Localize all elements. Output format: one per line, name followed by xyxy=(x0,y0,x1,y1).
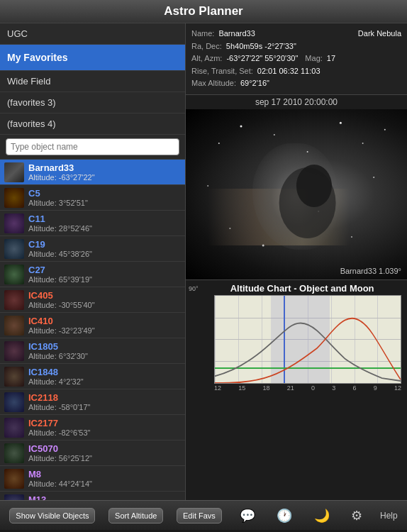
svg-point-6 xyxy=(384,129,386,131)
altazm-row: Alt, Azm: -63°27'22" 55°20'30" Mag: 17 xyxy=(191,52,401,65)
stars-overlay xyxy=(186,109,407,279)
list-item[interactable]: C27Altitude: 65°39'19" xyxy=(0,262,185,287)
toolbar: Show Visible Objects Sort Altitude Edit … xyxy=(0,500,407,530)
svg-point-1 xyxy=(240,125,242,127)
sidebar-item-my-favorites[interactable]: My Favorites xyxy=(0,45,185,71)
object-thumbnail xyxy=(4,290,24,310)
type-value: Dark Nebula xyxy=(358,28,401,40)
object-thumbnail xyxy=(4,443,24,463)
object-name: C5 xyxy=(28,188,88,199)
chart-area xyxy=(214,295,401,384)
chart-title: Altitude Chart - Object and Moon xyxy=(199,280,380,295)
object-altitude: Altitude: -58°0'17" xyxy=(28,403,90,411)
sidebar: UGC My Favorites Wide Field (favorites 3… xyxy=(0,23,186,500)
chart-x-labels: 12 15 18 21 0 3 6 9 12 xyxy=(214,384,401,392)
search-input[interactable] xyxy=(6,138,179,155)
sort-altitude-button[interactable]: Sort Altitude xyxy=(108,508,163,523)
help-button[interactable]: Help xyxy=(380,511,398,521)
object-info: IC5070Altitude: 56°25'12" xyxy=(28,443,92,462)
svg-point-8 xyxy=(373,177,374,178)
chat-icon-button[interactable]: 💬 xyxy=(235,505,260,526)
svg-point-11 xyxy=(351,236,352,238)
svg-point-10 xyxy=(229,228,230,229)
list-item[interactable]: C5Altitude: 3°52'51" xyxy=(0,185,185,211)
object-name: IC405 xyxy=(28,290,95,301)
moon-icon-button[interactable]: 🌙 xyxy=(310,505,334,526)
object-info: M13Altitude: 53°21'22" xyxy=(28,494,92,500)
svg-point-12 xyxy=(262,244,264,246)
object-name: M13 xyxy=(28,494,92,500)
object-info: M8Altitude: 44°24'14" xyxy=(28,469,92,488)
maxalt-value: 69°2'16" xyxy=(240,77,269,90)
sidebar-item-favorites4[interactable]: (favorites 4) xyxy=(0,113,185,135)
rise-value: 02:01 06:32 11:03 xyxy=(257,65,320,78)
chart-curves xyxy=(215,296,401,383)
object-altitude: Altitude: -63°27'22" xyxy=(28,173,95,182)
radec-label: Ra, Dec: xyxy=(191,40,222,53)
object-list[interactable]: Barnard33Altitude: -63°27'22"C5Altitude:… xyxy=(0,160,185,500)
grid-v-8 xyxy=(401,296,401,383)
maxalt-label: Max Altitude: xyxy=(191,77,236,90)
svg-point-5 xyxy=(362,143,364,144)
info-panel: Name: Barnard33 Dark Nebula Ra, Dec: 5h4… xyxy=(186,23,407,95)
list-item[interactable]: C11Altitude: 28°52'46" xyxy=(0,211,185,236)
altazm-label: Alt, Azm: xyxy=(191,52,222,65)
object-thumbnail xyxy=(4,418,24,438)
image-label: Barnard33 1.039° xyxy=(340,267,401,275)
list-item[interactable]: IC1848Altitude: 4°2'32" xyxy=(0,364,185,389)
object-thumbnail xyxy=(4,367,24,387)
mag-value: 17 xyxy=(327,52,335,65)
object-thumbnail xyxy=(4,162,24,182)
show-visible-button[interactable]: Show Visible Objects xyxy=(9,508,95,523)
gear-icon-button[interactable]: ⚙ xyxy=(347,505,367,526)
radec-value: 5h40m59s -2°27'33" xyxy=(226,40,296,53)
object-altitude: Altitude: 6°32'30" xyxy=(28,352,88,360)
list-item[interactable]: IC5070Altitude: 56°25'12" xyxy=(0,440,185,466)
edit-favs-button[interactable]: Edit Favs xyxy=(177,508,222,523)
object-info: IC1805Altitude: 6°32'30" xyxy=(28,341,88,360)
altazm-value: -63°27'22" 55°20'30" xyxy=(226,52,298,65)
list-item[interactable]: C19Altitude: 45°38'26" xyxy=(0,236,185,262)
svg-point-3 xyxy=(307,151,308,153)
object-info: IC1848Altitude: 4°2'32" xyxy=(28,367,84,386)
object-thumbnail xyxy=(4,214,24,233)
object-altitude: Altitude: 45°38'26" xyxy=(28,250,92,258)
list-item[interactable]: IC2118Altitude: -58°0'17" xyxy=(0,389,185,415)
name-row: Name: Barnard33 Dark Nebula xyxy=(191,28,401,40)
object-name: IC410 xyxy=(28,316,95,326)
object-altitude: Altitude: 44°24'14" xyxy=(28,480,92,488)
list-item[interactable]: Barnard33Altitude: -63°27'22" xyxy=(0,160,185,185)
object-thumbnail xyxy=(4,188,24,208)
sidebar-group-ugc: UGC xyxy=(0,23,185,45)
object-thumbnail xyxy=(4,469,24,489)
maxalt-row: Max Altitude: 69°2'16" xyxy=(191,77,401,90)
object-thumbnail xyxy=(4,341,24,361)
object-info: C5Altitude: 3°52'51" xyxy=(28,188,88,207)
clock-icon-button[interactable]: 🕐 xyxy=(272,505,296,526)
svg-point-14 xyxy=(296,165,332,207)
object-info: IC410Altitude: -32°23'49" xyxy=(28,316,95,335)
sidebar-item-wide-field[interactable]: Wide Field xyxy=(0,71,185,92)
object-altitude: Altitude: -30°55'40" xyxy=(28,301,95,309)
list-item[interactable]: IC410Altitude: -32°23'49" xyxy=(0,313,185,338)
list-item[interactable]: M13Altitude: 53°21'22" xyxy=(0,492,185,500)
object-altitude: Altitude: 56°25'12" xyxy=(28,454,92,462)
object-info: IC2118Altitude: -58°0'17" xyxy=(28,392,90,411)
object-name: IC2118 xyxy=(28,392,90,403)
object-thumbnail xyxy=(4,265,24,284)
search-container xyxy=(0,135,185,160)
object-name: IC5070 xyxy=(28,443,92,454)
rise-label: Rise, Transit, Set: xyxy=(191,65,253,78)
object-thumbnail xyxy=(4,494,24,501)
list-item[interactable]: IC2177Altitude: -82°6'53" xyxy=(0,415,185,440)
object-info: C19Altitude: 45°38'26" xyxy=(28,239,92,258)
sidebar-item-favorites3[interactable]: (favorites 3) xyxy=(0,92,185,113)
list-item[interactable]: IC1805Altitude: 6°32'30" xyxy=(0,338,185,364)
svg-point-2 xyxy=(274,134,275,135)
object-name: IC1805 xyxy=(28,341,88,352)
name-label: Name: xyxy=(191,28,214,40)
rise-row: Rise, Transit, Set: 02:01 06:32 11:03 xyxy=(191,65,401,78)
list-item[interactable]: IC405Altitude: -30°55'40" xyxy=(0,287,185,313)
list-item[interactable]: M8Altitude: 44°24'14" xyxy=(0,466,185,492)
object-altitude: Altitude: 65°39'19" xyxy=(28,275,92,284)
